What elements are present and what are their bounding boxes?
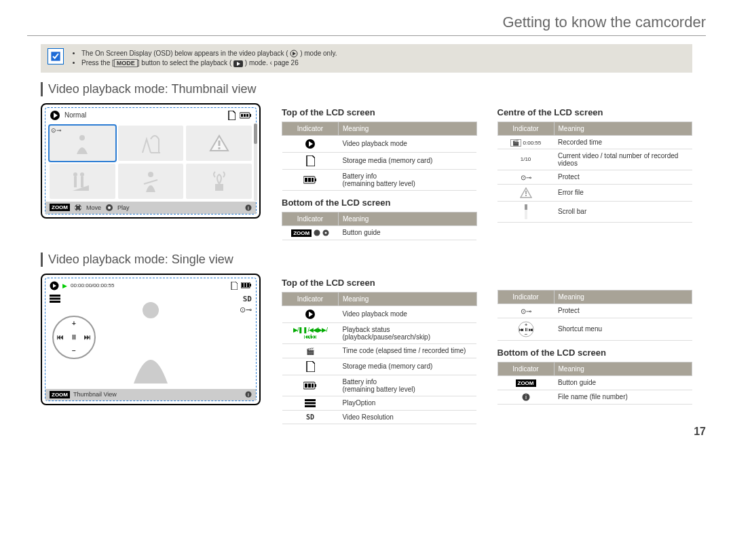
note-2c: ) mode. ‹ page 26 [245, 59, 299, 67]
note-2b: ] button to select the playback ( [138, 59, 231, 67]
playoption-icon [50, 295, 60, 303]
svg-rect-29 [315, 179, 316, 181]
svg-point-15 [73, 172, 77, 176]
th-indicator: Indicator [282, 122, 339, 135]
svg-rect-14 [218, 147, 220, 149]
playback-icon [233, 60, 243, 67]
svg-rect-9 [241, 114, 243, 117]
svg-rect-60 [305, 399, 316, 401]
cell: Time code (elapsed time / recorded time) [339, 343, 477, 358]
note-2a: Press the [ [81, 59, 114, 67]
svg-rect-56 [315, 384, 316, 387]
playback-mode-icon [305, 309, 316, 320]
thumbnail-4 [50, 164, 115, 199]
cell: Protect [554, 170, 692, 184]
svg-rect-17 [74, 176, 77, 187]
card-icon [305, 361, 315, 372]
svg-rect-62 [305, 405, 316, 407]
zoom-tag: ZOOM [291, 229, 312, 237]
sub-heading-bottom: Bottom of the LCD screen [497, 348, 693, 358]
shortcut-menu-icon: +−⏮⏭⏸ [518, 321, 534, 337]
lcd-time: 00:00:00/00:00:55 [71, 282, 115, 288]
cell: Storage media (memory card) [339, 152, 477, 169]
th-indicator: Indicator [497, 122, 554, 135]
warning-icon [520, 187, 532, 198]
cell: Storage media (memory card) [339, 358, 477, 375]
svg-rect-57 [305, 384, 307, 388]
section-heading-single: Video playback mode: Single view [41, 253, 706, 267]
note-1a: The On Screen Display (OSD) below appear… [81, 50, 288, 57]
page-number: 17 [694, 426, 706, 438]
svg-text:i: i [248, 205, 249, 211]
svg-rect-59 [312, 384, 314, 388]
svg-rect-31 [308, 178, 311, 182]
battery-icon [240, 112, 252, 119]
cell: Current video / total number of recorded… [554, 149, 692, 170]
cell: Shortcut menu [554, 318, 692, 340]
cell: Battery info (remaining battery level) [339, 169, 477, 190]
svg-rect-10 [244, 114, 246, 117]
thumbnail-5 [118, 164, 184, 199]
battery-icon [303, 381, 317, 390]
lcd-bottom-label: Thumbnail View [73, 391, 117, 398]
th-indicator: Indicator [497, 362, 554, 375]
page-title: Getting to know the camcorder [27, 14, 706, 36]
lcd-thumbnail-mockup: Normal ⊙⊸ [41, 103, 261, 219]
joystick-icon [314, 229, 320, 236]
table-thumb-centre: IndicatorMeaning 🎬 0:00:55Recorded time … [497, 122, 693, 223]
cell: Video playback mode [339, 305, 477, 322]
protect-icon: ⊙⊸ [521, 174, 531, 181]
svg-text:⏸: ⏸ [523, 327, 528, 332]
svg-rect-40 [525, 204, 527, 210]
cell: Battery info (remaining battery level) [339, 375, 477, 396]
cell: Video Resolution [339, 410, 477, 424]
table-single-bottom: IndicatorMeaning ZOOMButton guide iFile … [497, 362, 693, 405]
svg-rect-58 [308, 384, 311, 388]
svg-rect-47 [247, 283, 249, 287]
svg-point-33 [314, 230, 320, 236]
card-icon [227, 111, 236, 120]
svg-rect-32 [312, 178, 314, 182]
svg-point-23 [108, 206, 111, 209]
lcd-res: SD [243, 295, 252, 303]
svg-rect-45 [242, 283, 244, 287]
th-indicator: Indicator [282, 212, 339, 225]
svg-rect-20 [215, 184, 223, 191]
card-icon [305, 155, 315, 166]
th-meaning: Meaning [554, 362, 692, 375]
thumbnail-2 [118, 126, 184, 161]
svg-rect-49 [50, 297, 60, 299]
warning-icon [209, 134, 229, 152]
svg-point-16 [80, 172, 84, 176]
playback-mode-icon [50, 281, 59, 291]
svg-rect-30 [305, 178, 307, 182]
note-line-1: The On Screen Display (OSD) below appear… [81, 50, 337, 58]
timecode-icon: 🎬 [306, 348, 314, 355]
svg-marker-2 [293, 52, 296, 56]
ok-icon [105, 204, 113, 212]
thumbnail-6 [186, 164, 252, 199]
cell: Protect [554, 303, 692, 318]
svg-rect-13 [218, 141, 220, 146]
play-icon: ▶ [62, 282, 67, 289]
svg-text:−: − [524, 331, 527, 337]
playback-mode-icon [305, 138, 316, 149]
th-meaning: Meaning [339, 122, 477, 135]
svg-point-19 [148, 172, 153, 177]
svg-rect-8 [250, 114, 251, 117]
zoom-tag: ZOOM [516, 379, 536, 387]
sub-heading-bottom: Bottom of the LCD screen [282, 198, 477, 208]
th-meaning: Meaning [554, 290, 692, 303]
protect-icon: ⊙⊸ [521, 307, 531, 315]
th-indicator: Indicator [282, 292, 339, 305]
resolution-icon: SD [306, 413, 314, 421]
cell: Button guide [339, 225, 477, 240]
protect-icon: ⊙⊸ [240, 305, 252, 314]
note-1b: ) mode only. [300, 50, 337, 57]
mode-key: MODE [114, 59, 138, 67]
svg-rect-38 [525, 195, 527, 196]
svg-text:⏮: ⏮ [519, 327, 523, 332]
table-thumb-bottom: IndicatorMeaning ZOOM Button guide [282, 212, 477, 240]
card-icon [231, 282, 238, 290]
cell-indicator: 1/10 [497, 149, 554, 170]
